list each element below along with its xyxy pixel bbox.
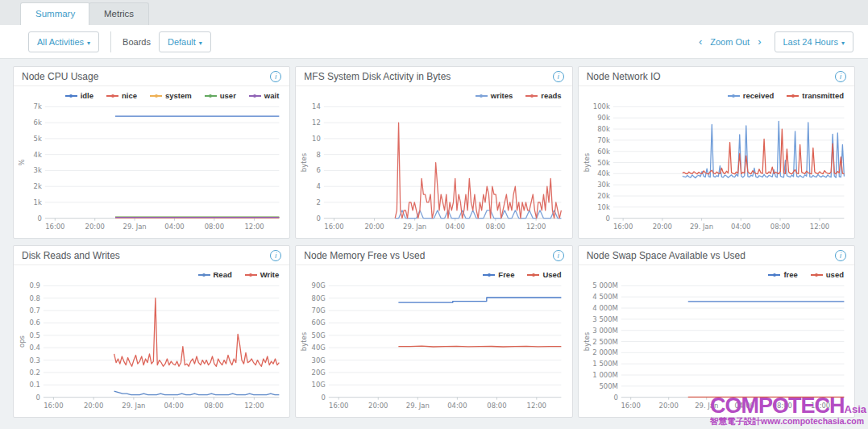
time-range-dropdown[interactable]: Last 24 Hours▾ bbox=[775, 31, 854, 52]
info-icon[interactable]: i bbox=[835, 250, 846, 261]
svg-text:30k: 30k bbox=[597, 181, 610, 189]
card-node-memory: Node Memory Free vs Usedi FreeUsed010G20… bbox=[295, 245, 572, 418]
legend-label: writes bbox=[491, 91, 513, 100]
svg-text:29. Jan: 29. Jan bbox=[122, 402, 145, 410]
info-icon[interactable]: i bbox=[553, 250, 564, 261]
svg-text:8: 8 bbox=[317, 151, 321, 159]
info-icon[interactable]: i bbox=[270, 250, 281, 261]
svg-text:40G: 40G bbox=[312, 344, 326, 352]
info-icon[interactable]: i bbox=[835, 71, 846, 82]
svg-text:10: 10 bbox=[312, 135, 321, 143]
svg-text:3 000M: 3 000M bbox=[592, 327, 617, 335]
legend-item-writes[interactable]: writes bbox=[476, 90, 513, 101]
svg-text:500M: 500M bbox=[599, 382, 617, 390]
chevron-right-icon[interactable]: › bbox=[758, 35, 761, 48]
svg-text:0: 0 bbox=[35, 394, 39, 402]
info-icon[interactable]: i bbox=[270, 71, 281, 82]
legend-item-free[interactable]: free bbox=[768, 269, 797, 280]
svg-text:80k: 80k bbox=[597, 125, 610, 133]
svg-text:08:00: 08:00 bbox=[770, 223, 789, 231]
card-node-cpu-usage: Node CPU Usagei idlenicesystemuserwait01… bbox=[13, 66, 290, 239]
svg-text:14: 14 bbox=[312, 102, 321, 110]
legend-label: reads bbox=[541, 91, 561, 100]
card-node-network-io: Node Network IOi receivedtransmitted010k… bbox=[578, 66, 855, 239]
chart-title: Node CPU Usage bbox=[22, 71, 98, 82]
legend-item-reads[interactable]: reads bbox=[525, 90, 561, 101]
svg-text:04:00: 04:00 bbox=[164, 223, 184, 231]
legend-item-Read[interactable]: Read bbox=[198, 269, 232, 280]
boards-default-label: Default bbox=[168, 37, 196, 47]
svg-text:04:00: 04:00 bbox=[164, 402, 183, 410]
legend-item-idle[interactable]: idle bbox=[65, 90, 93, 101]
legend-marker-icon bbox=[787, 94, 799, 98]
legend-label: Read bbox=[214, 270, 232, 279]
chevron-left-icon[interactable]: ‹ bbox=[699, 35, 702, 48]
svg-text:29. Jan: 29. Jan bbox=[406, 402, 430, 410]
svg-text:20:00: 20:00 bbox=[368, 402, 388, 410]
svg-text:6: 6 bbox=[317, 166, 321, 174]
legend-marker-icon bbox=[245, 273, 257, 277]
svg-text:50G: 50G bbox=[312, 331, 326, 339]
chart-title: Disk Reads and Writes bbox=[22, 250, 120, 261]
svg-text:2 500M: 2 500M bbox=[592, 338, 617, 346]
legend-item-nice[interactable]: nice bbox=[106, 90, 137, 101]
legend-item-wait[interactable]: wait bbox=[249, 90, 279, 101]
svg-text:20:00: 20:00 bbox=[652, 223, 671, 231]
legend-item-Used[interactable]: Used bbox=[527, 269, 561, 280]
legend-marker-icon bbox=[106, 94, 118, 98]
svg-text:80G: 80G bbox=[312, 294, 326, 302]
all-activities-dropdown[interactable]: All Activities▾ bbox=[28, 31, 99, 52]
legend-item-Write[interactable]: Write bbox=[245, 269, 280, 280]
legend-item-Free[interactable]: Free bbox=[483, 269, 514, 280]
legend-marker-icon bbox=[249, 94, 261, 98]
svg-text:29. Jan: 29. Jan bbox=[695, 402, 718, 410]
svg-text:1 500M: 1 500M bbox=[592, 360, 617, 368]
svg-text:4k: 4k bbox=[34, 151, 42, 159]
svg-text:29. Jan: 29. Jan bbox=[690, 223, 713, 231]
svg-text:20:00: 20:00 bbox=[365, 223, 384, 231]
svg-text:0.6: 0.6 bbox=[29, 319, 39, 327]
tab-summary[interactable]: Summary bbox=[20, 2, 90, 25]
chart-grid: Node CPU Usagei idlenicesystemuserwait01… bbox=[13, 66, 855, 418]
chart-canvas: 0246810121416:0020:0029. Jan04:0008:0012… bbox=[300, 102, 567, 232]
legend-item-used[interactable]: used bbox=[811, 269, 844, 280]
svg-text:70k: 70k bbox=[597, 136, 610, 144]
svg-text:20k: 20k bbox=[597, 192, 610, 200]
svg-text:16:00: 16:00 bbox=[44, 402, 63, 410]
legend-item-user[interactable]: user bbox=[205, 90, 236, 101]
time-range-label: Last 24 Hours bbox=[783, 37, 838, 47]
chart-legend: idlenicesystemuserwait bbox=[18, 88, 285, 102]
svg-text:04:00: 04:00 bbox=[448, 402, 467, 410]
svg-text:12:00: 12:00 bbox=[244, 223, 264, 231]
chart-canvas: 01k2k3k4k5k6k7k16:0020:0029. Jan04:0008:… bbox=[18, 102, 285, 232]
svg-text:70G: 70G bbox=[312, 306, 326, 314]
svg-text:16:00: 16:00 bbox=[613, 223, 633, 231]
legend-label: system bbox=[165, 91, 192, 100]
legend-label: Used bbox=[542, 270, 561, 279]
svg-text:bytes: bytes bbox=[583, 153, 591, 172]
watermark-tagline: 智慧電子設計www.compotechasia.com bbox=[710, 416, 866, 427]
legend-label: used bbox=[826, 270, 844, 279]
tab-metrics[interactable]: Metrics bbox=[89, 2, 149, 25]
svg-text:bytes: bytes bbox=[300, 153, 308, 172]
legend-marker-icon bbox=[728, 94, 740, 98]
legend-marker-icon bbox=[198, 273, 210, 277]
boards-default-dropdown[interactable]: Default▾ bbox=[159, 31, 211, 52]
info-icon[interactable]: i bbox=[553, 71, 564, 82]
zoom-controls: ‹ Zoom Out › bbox=[699, 35, 762, 48]
legend-label: nice bbox=[122, 91, 137, 100]
svg-text:20:00: 20:00 bbox=[658, 402, 678, 410]
legend-item-system[interactable]: system bbox=[150, 90, 192, 101]
svg-text:0: 0 bbox=[613, 394, 617, 402]
svg-text:2: 2 bbox=[317, 198, 321, 206]
svg-text:7k: 7k bbox=[34, 102, 42, 110]
chart-legend: writesreads bbox=[300, 88, 567, 102]
svg-text:29. Jan: 29. Jan bbox=[123, 223, 147, 231]
chart-title: MFS System Disk Activity in Bytes bbox=[304, 71, 451, 82]
svg-text:bytes: bytes bbox=[583, 332, 591, 351]
legend-item-received[interactable]: received bbox=[728, 90, 775, 101]
legend-item-transmitted[interactable]: transmitted bbox=[787, 90, 844, 101]
legend-marker-icon bbox=[150, 94, 162, 98]
zoom-out-button[interactable]: Zoom Out bbox=[710, 37, 750, 47]
chart-title: Node Network IO bbox=[587, 71, 661, 82]
